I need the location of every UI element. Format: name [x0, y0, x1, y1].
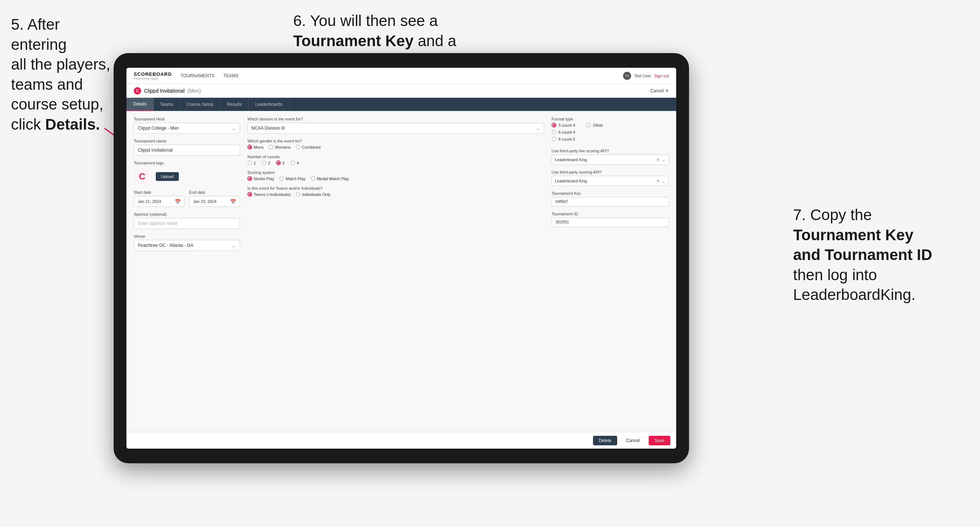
rounds-radio-group: 1 2 3 4 — [247, 160, 544, 165]
tablet-device: SCOREBOARD Powered by clippd TOURNAMENTS… — [114, 53, 689, 463]
gender-mens-radio[interactable] — [247, 144, 252, 149]
gender-combined-radio[interactable] — [296, 144, 301, 149]
sponsor-label: Sponsor (optional) — [134, 212, 240, 216]
end-date-label: End date — [189, 190, 240, 194]
format-other-radio[interactable] — [586, 123, 591, 127]
cancel-header-button[interactable]: Cancel ✕ — [650, 88, 669, 94]
division-group: Which division is the event for? NCAA Di… — [247, 117, 544, 134]
start-date-group: Start date Jan 21, 2024 📅 — [134, 190, 185, 207]
delete-button[interactable]: Delete — [593, 436, 617, 445]
division-input[interactable]: NCAA Division III — [247, 123, 544, 134]
rounds-group: Number of rounds 1 2 3 — [247, 154, 544, 165]
scoring-match-radio[interactable] — [279, 176, 284, 181]
rounds-3-radio[interactable] — [276, 160, 281, 165]
format-5count4[interactable]: 5 count 4 — [552, 123, 575, 127]
tab-leaderboards[interactable]: Leaderboards — [248, 98, 289, 111]
tab-course-setup[interactable]: Course Setup — [180, 98, 220, 111]
tournament-name-value: Clippd Invitational — [138, 148, 173, 153]
nav-tournaments[interactable]: TOURNAMENTS — [181, 72, 215, 80]
top-nav: SCOREBOARD Powered by clippd TOURNAMENTS… — [126, 68, 676, 84]
scoring-stroke-radio[interactable] — [247, 176, 252, 181]
rounds-1-radio[interactable] — [247, 160, 252, 165]
third-party-2-input[interactable]: Leaderboard King ✕ ⌄ — [552, 176, 669, 186]
tournament-name: Clippd Invitational — [144, 88, 185, 94]
date-row: Start date Jan 21, 2024 📅 End date Jan 2… — [134, 190, 240, 207]
gender-combined[interactable]: Combined — [296, 144, 320, 149]
logo-upload-area: C Upload — [134, 168, 240, 185]
cancel-button[interactable]: Cancel — [621, 436, 645, 445]
gender-womens[interactable]: Womens — [269, 144, 291, 149]
logo-preview: C — [134, 168, 151, 185]
third-party-1-clear[interactable]: ✕ ⌄ — [656, 157, 665, 163]
gender-womens-radio[interactable] — [269, 144, 274, 149]
tournament-header: C Clippd Invitational (Men) Cancel ✕ — [126, 84, 676, 98]
third-party-2-label: Use third-party scoring API? — [552, 170, 669, 174]
end-date-value: Jan 23, 2024 — [193, 199, 216, 204]
tournament-host-group: Tournament Host Clippd College - Men — [134, 117, 240, 134]
third-party-2-clear[interactable]: ✕ ⌄ — [656, 178, 665, 184]
save-button[interactable]: Save — [649, 436, 670, 445]
tournament-id-label: Tournament ID — [552, 212, 669, 216]
tournament-name-input[interactable]: Clippd Invitational — [134, 144, 240, 156]
sponsor-group: Sponsor (optional) Enter sponsor name — [134, 212, 240, 229]
scoring-medal-match-radio[interactable] — [311, 176, 315, 181]
teams-plus-radio[interactable] — [247, 192, 252, 197]
main-content: Tournament Host Clippd College - Men Tou… — [126, 111, 676, 432]
tournament-key-value: b4f6b7 — [552, 197, 669, 206]
tournament-logo-group: Tournament logo C Upload — [134, 161, 240, 185]
sponsor-placeholder: Enter sponsor name — [138, 221, 177, 226]
tab-results[interactable]: Results — [220, 98, 248, 111]
format-6count4[interactable]: 6 count 4 — [552, 130, 575, 134]
nav-teams[interactable]: TEAMS — [223, 72, 238, 80]
third-party-2-value: Leaderboard King — [555, 179, 587, 183]
sponsor-input[interactable]: Enter sponsor name — [134, 218, 240, 229]
scoring-stroke[interactable]: Stroke Play — [247, 176, 274, 181]
bottom-toolbar: Delete Cancel Save — [126, 432, 676, 449]
user-name: Test User — [634, 74, 651, 78]
individuals-only-radio[interactable] — [296, 192, 301, 197]
venue-value: Peachtree GC - Atlanta - GA — [138, 243, 193, 248]
annotation-left: 5. After entering all the players, teams… — [11, 15, 114, 135]
scoring-medal-match[interactable]: Medal Match Play — [311, 176, 349, 181]
end-date-group: End date Jan 23, 2024 📅 — [189, 190, 240, 207]
tournament-name-label: Tournament name — [134, 139, 240, 143]
end-date-input[interactable]: Jan 23, 2024 📅 — [189, 196, 240, 207]
tab-teams[interactable]: Teams — [154, 98, 180, 111]
rounds-3[interactable]: 3 — [276, 160, 285, 165]
scoreboard-logo: SCOREBOARD Powered by clippd — [134, 71, 172, 80]
tournament-id-group: Tournament ID 302051 — [552, 212, 669, 227]
format-6count5-radio[interactable] — [552, 137, 556, 141]
rounds-2-radio[interactable] — [262, 160, 266, 165]
brand-name: SCOREBOARD — [134, 71, 172, 77]
tab-details[interactable]: Details — [126, 98, 154, 111]
gender-mens[interactable]: Mens — [247, 144, 264, 149]
format-6count4-radio[interactable] — [552, 130, 556, 134]
third-party-1-input[interactable]: Leaderboard King ✕ ⌄ — [552, 154, 669, 165]
tournament-name-group: Tournament name Clippd Invitational — [134, 139, 240, 156]
rounds-2[interactable]: 2 — [262, 160, 270, 165]
scoring-match[interactable]: Match Play — [279, 176, 305, 181]
rounds-1[interactable]: 1 — [247, 160, 256, 165]
individuals-only[interactable]: Individuals Only — [296, 192, 331, 197]
rounds-4[interactable]: 4 — [290, 160, 299, 165]
upload-button[interactable]: Upload — [156, 172, 179, 181]
venue-input[interactable]: Peachtree GC - Atlanta - GA — [134, 240, 240, 251]
start-date-label: Start date — [134, 190, 185, 194]
tournament-host-label: Tournament Host — [134, 117, 240, 121]
division-value: NCAA Division III — [251, 125, 285, 131]
tournament-host-input[interactable]: Clippd College - Men — [134, 123, 240, 134]
format-6count5[interactable]: 6 count 5 — [552, 137, 575, 141]
third-party-1-value: Leaderboard King — [555, 157, 587, 162]
tournament-logo-label: Tournament logo — [134, 161, 240, 165]
sign-out-link[interactable]: Sign out — [654, 74, 669, 78]
scoring-radio-group: Stroke Play Match Play Medal Match Play — [247, 176, 544, 181]
format-other[interactable]: Other — [586, 123, 603, 127]
annotation-right: 7. Copy the Tournament Key and Tournamen… — [793, 205, 969, 305]
rounds-label: Number of rounds — [247, 154, 544, 159]
format-5count4-radio[interactable] — [552, 123, 556, 127]
rounds-4-radio[interactable] — [290, 160, 295, 165]
start-date-input[interactable]: Jan 21, 2024 📅 — [134, 196, 185, 207]
teams-plus-individuals[interactable]: Teams (+Individuals) — [247, 192, 291, 197]
tablet-screen: SCOREBOARD Powered by clippd TOURNAMENTS… — [126, 68, 676, 449]
gender-radio-group: Mens Womens Combined — [247, 144, 544, 149]
